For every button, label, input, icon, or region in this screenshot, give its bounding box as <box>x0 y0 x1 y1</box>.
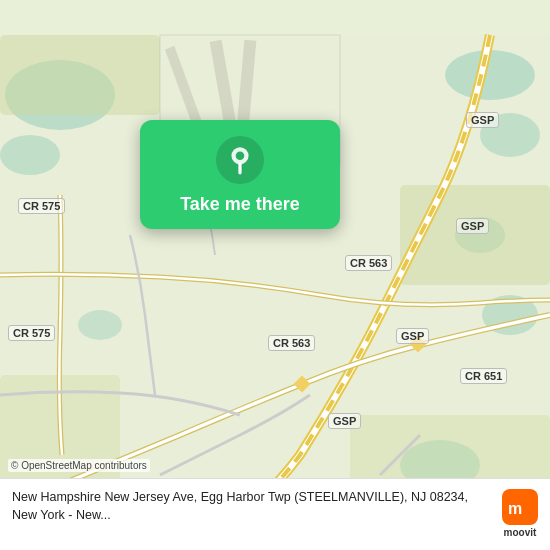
moovit-logo: m moovit <box>502 489 538 538</box>
road-label-gsp4: GSP <box>328 413 361 429</box>
svg-point-2 <box>0 135 60 175</box>
svg-text:m: m <box>508 500 522 517</box>
map-container: CR 575 CR 575 CR 563 CR 563 CR 651 GSP G… <box>0 0 550 550</box>
moovit-icon-svg: m <box>506 496 534 518</box>
address-text: New Hampshire New Jersey Ave, Egg Harbor… <box>12 489 502 524</box>
road-label-cr575-top: CR 575 <box>18 198 65 214</box>
road-label-cr563-2: CR 563 <box>268 335 315 351</box>
road-label-gsp1: GSP <box>466 112 499 128</box>
moovit-logo-text: moovit <box>504 527 537 538</box>
bottom-bar: New Hampshire New Jersey Ave, Egg Harbor… <box>0 478 550 550</box>
take-me-there-button[interactable]: Take me there <box>140 120 340 229</box>
road-label-gsp2: GSP <box>456 218 489 234</box>
svg-rect-9 <box>0 35 160 115</box>
road-label-gsp3: GSP <box>396 328 429 344</box>
svg-point-7 <box>78 310 122 340</box>
moovit-logo-icon: m <box>502 489 538 525</box>
svg-point-20 <box>236 151 245 160</box>
road-label-cr575-bot: CR 575 <box>8 325 55 341</box>
road-label-cr651: CR 651 <box>460 368 507 384</box>
take-me-there-label: Take me there <box>180 194 300 215</box>
osm-attribution: © OpenStreetMap contributors <box>8 459 150 472</box>
road-label-cr563-1: CR 563 <box>345 255 392 271</box>
pin-svg <box>227 145 253 175</box>
location-pin-icon <box>216 136 264 184</box>
